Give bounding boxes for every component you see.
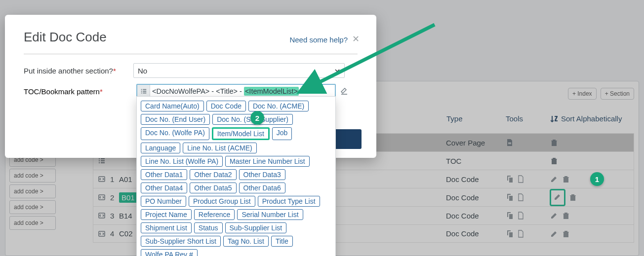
- blank-page-icon[interactable]: [516, 175, 525, 183]
- variable-chip[interactable]: Sub-Supplier Short List: [141, 236, 221, 247]
- add-section-button[interactable]: + Section: [601, 88, 634, 100]
- section-select-value: No: [138, 67, 147, 75]
- trash-icon[interactable]: [562, 211, 570, 220]
- page-icon[interactable]: [505, 138, 514, 147]
- add-index-button[interactable]: + Index: [568, 88, 597, 100]
- svg-rect-12: [141, 89, 142, 90]
- row-type: Doc Code: [446, 193, 505, 202]
- variable-chip[interactable]: Shipment List: [141, 222, 192, 233]
- copy-icon[interactable]: [505, 229, 514, 238]
- variable-chip[interactable]: Job: [272, 127, 292, 140]
- variable-chip[interactable]: Doc Code: [206, 101, 246, 111]
- code-node-icon: [93, 212, 110, 219]
- variable-chip[interactable]: Tag No. List: [223, 236, 269, 247]
- add-code-button[interactable]: add code >: [9, 184, 56, 198]
- variable-chip[interactable]: Doc No. (Wolfe PA): [141, 127, 209, 140]
- close-icon[interactable]: ✕: [352, 34, 360, 44]
- variable-chip[interactable]: Wolfe PA Rev #: [141, 249, 198, 256]
- variable-chip[interactable]: Doc No. (ACME): [248, 101, 309, 111]
- svg-rect-3: [101, 158, 105, 159]
- sort-alpha-icon: [550, 115, 558, 123]
- svg-rect-2: [99, 158, 100, 159]
- trash-icon[interactable]: [550, 156, 559, 165]
- add-code-button[interactable]: add code >: [9, 200, 56, 214]
- list-icon: [93, 157, 110, 165]
- pencil-icon[interactable]: [550, 211, 559, 220]
- pattern-value: <DocNoWolfePA> - <Title> - <ItemModelLis…: [150, 87, 299, 95]
- svg-rect-6: [99, 162, 100, 163]
- blank-page-icon[interactable]: [516, 229, 525, 238]
- pencil-icon[interactable]: [553, 192, 562, 201]
- add-code-button[interactable]: add code >: [9, 216, 56, 230]
- variable-chip[interactable]: Item/Model List: [212, 127, 270, 140]
- copy-icon[interactable]: [505, 211, 514, 220]
- variable-chip[interactable]: Other Data2: [190, 169, 236, 180]
- variable-chip[interactable]: Language: [141, 143, 180, 153]
- variable-chip[interactable]: Product Group List: [189, 196, 255, 207]
- section-label: Put inside another section?*: [24, 67, 133, 75]
- row-type: Doc Code: [446, 175, 505, 183]
- row-type: TOC: [446, 157, 505, 165]
- blank-page-icon[interactable]: [516, 193, 525, 202]
- variable-chip[interactable]: Line No. List (ACME): [183, 143, 256, 153]
- variable-chip[interactable]: Other Data4: [141, 183, 187, 193]
- row-tools: [505, 175, 550, 183]
- copy-icon[interactable]: [505, 193, 514, 202]
- layout-actions: + Index + Section: [568, 88, 634, 100]
- variable-chip[interactable]: Other Data6: [239, 183, 285, 193]
- col-type: Type: [446, 114, 506, 123]
- section-select-row: Put inside another section?* No: [24, 63, 358, 78]
- pencil-icon[interactable]: [550, 229, 559, 238]
- col-tools: Tools: [506, 114, 550, 123]
- variable-chip-list: Card Name(Auto)Doc CodeDoc No. (ACME)Doc…: [141, 101, 331, 256]
- variable-chip[interactable]: Reference: [194, 209, 235, 220]
- row-actions: [550, 156, 634, 165]
- variable-chip[interactable]: Title: [271, 236, 293, 247]
- pencil-icon[interactable]: [550, 175, 559, 183]
- sort-label: Sort Alphabetically: [561, 114, 622, 123]
- variables-panel: Card Name(Auto)Doc CodeDoc No. (ACME)Doc…: [136, 96, 336, 256]
- variable-chip[interactable]: Product Type List: [258, 196, 320, 207]
- variable-chip[interactable]: Doc No. (End User): [141, 114, 210, 125]
- variable-chip[interactable]: Serial Number List: [237, 209, 303, 220]
- code-node-icon: [93, 175, 110, 183]
- pattern-label: TOC/Bookmark pattern*: [24, 87, 133, 96]
- variable-chip[interactable]: PO Number: [141, 196, 186, 207]
- trash-icon[interactable]: [562, 175, 570, 183]
- variable-chip[interactable]: Project Name: [141, 209, 192, 220]
- variable-chip[interactable]: Other Data3: [239, 169, 285, 180]
- trash-icon[interactable]: [550, 138, 559, 147]
- svg-rect-14: [141, 91, 142, 92]
- copy-icon[interactable]: [505, 175, 514, 183]
- svg-rect-17: [143, 93, 146, 94]
- row-actions: [550, 189, 634, 206]
- row-actions: [550, 138, 634, 147]
- callout-badge-1: 1: [590, 172, 604, 186]
- variable-chip[interactable]: Card Name(Auto): [141, 101, 204, 111]
- variable-chip[interactable]: Line No. List (Wolfe PA): [141, 156, 223, 167]
- sort-alphabetically[interactable]: Sort Alphabetically: [550, 114, 634, 123]
- variable-chip[interactable]: Other Data1: [141, 169, 187, 180]
- row-num: 3: [110, 212, 119, 220]
- trash-icon[interactable]: [568, 193, 577, 202]
- variable-chip[interactable]: Other Data5: [190, 183, 236, 193]
- help-link[interactable]: Need some help?: [289, 36, 348, 44]
- row-actions: [550, 229, 634, 238]
- svg-rect-5: [101, 160, 105, 161]
- left-add-code-list: add code > add code > add code > add cod…: [9, 153, 56, 230]
- add-code-button[interactable]: add code >: [9, 169, 56, 183]
- row-num: 4: [110, 229, 119, 238]
- row-num: 2: [110, 193, 119, 202]
- variable-chip[interactable]: Status: [194, 222, 223, 233]
- trash-icon[interactable]: [562, 229, 570, 238]
- svg-rect-0: [508, 143, 511, 143]
- svg-rect-13: [143, 89, 146, 90]
- blank-page-icon[interactable]: [516, 211, 525, 220]
- variable-chip[interactable]: Master Line Number List: [225, 156, 310, 167]
- eraser-icon[interactable]: [339, 87, 349, 95]
- row-tools: [505, 211, 550, 220]
- chevron-down-icon: [334, 68, 340, 73]
- code-node-icon: [93, 230, 110, 238]
- variable-chip[interactable]: Sub-Supplier List: [225, 222, 287, 233]
- section-select[interactable]: No: [133, 63, 345, 78]
